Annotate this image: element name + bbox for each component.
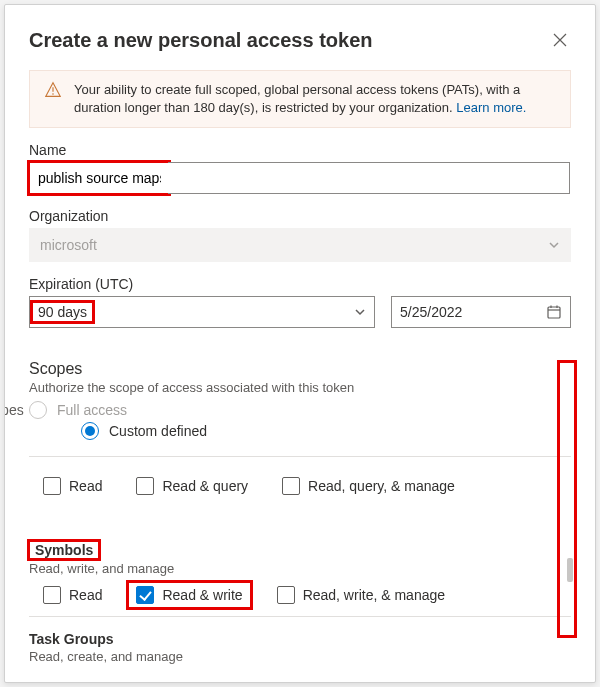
full-access-label: Full access <box>57 402 127 418</box>
checkbox[interactable] <box>136 477 154 495</box>
scopes-subheading: Authorize the scope of access associated… <box>29 380 571 395</box>
calendar-icon <box>546 304 562 320</box>
scopes-section: Scopes Authorize the scope of access ass… <box>29 342 571 674</box>
name-input-rest[interactable] <box>168 162 570 194</box>
organization-select[interactable]: microsoft <box>29 228 571 262</box>
scroll-highlight <box>557 360 577 638</box>
checkbox[interactable] <box>43 477 61 495</box>
checkbox[interactable] <box>277 586 295 604</box>
radio-custom-defined[interactable] <box>81 422 99 440</box>
symbols-read-write[interactable]: Read & write <box>128 582 250 608</box>
scope-mode-full[interactable]: Scopes Full access <box>4 401 571 419</box>
symbols-sub: Read, write, and manage <box>29 561 571 576</box>
check-read-query-manage[interactable]: Read, query, & manage <box>282 477 455 495</box>
expiration-date-value: 5/25/2022 <box>400 304 462 320</box>
expiration-label: Expiration (UTC) <box>29 276 571 292</box>
chevron-down-icon <box>354 306 366 318</box>
task-groups-title: Task Groups <box>29 631 571 647</box>
organization-label: Organization <box>29 208 571 224</box>
chevron-down-icon <box>548 239 560 251</box>
duration-value: 90 days <box>32 302 93 322</box>
scrollbar-thumb[interactable] <box>567 558 573 582</box>
create-pat-dialog: Create a new personal access token Your … <box>4 4 596 683</box>
check-read[interactable]: Read <box>43 477 102 495</box>
close-button[interactable] <box>549 29 571 51</box>
checkbox[interactable] <box>282 477 300 495</box>
symbols-read-write-manage[interactable]: Read, write, & manage <box>277 586 445 604</box>
dialog-header: Create a new personal access token <box>29 29 571 52</box>
scopes-label: Scopes <box>4 402 19 418</box>
banner-text: Your ability to create full scoped, glob… <box>74 81 556 117</box>
name-label: Name <box>29 142 571 158</box>
scope-group-generic: Read Read & query Read, query, & manage <box>29 456 571 499</box>
svg-point-1 <box>52 93 54 95</box>
expiration-field: Expiration (UTC) 90 days 5/25/2022 <box>29 276 571 328</box>
name-field: Name <box>29 142 571 194</box>
dialog-title: Create a new personal access token <box>29 29 373 52</box>
svg-rect-2 <box>548 307 560 318</box>
radio-full-access[interactable] <box>29 401 47 419</box>
close-icon <box>552 32 568 48</box>
symbols-read[interactable]: Read <box>43 586 102 604</box>
organization-value: microsoft <box>40 237 97 253</box>
task-groups-sub: Read, create, and manage <box>29 649 571 664</box>
scope-group-task-groups: Task Groups Read, create, and manage <box>29 616 571 664</box>
expiration-date-input[interactable]: 5/25/2022 <box>391 296 571 328</box>
warning-icon <box>44 81 62 117</box>
checkbox[interactable] <box>43 586 61 604</box>
scope-mode-custom[interactable]: Custom defined <box>29 422 571 440</box>
scope-group-symbols: Symbols Read, write, and manage Read Rea… <box>29 527 571 608</box>
learn-more-link[interactable]: Learn more. <box>456 100 526 115</box>
symbols-title: Symbols <box>29 541 99 559</box>
check-read-query[interactable]: Read & query <box>136 477 248 495</box>
duration-select[interactable]: 90 days <box>29 296 375 328</box>
scopes-heading: Scopes <box>29 360 571 378</box>
restriction-banner: Your ability to create full scoped, glob… <box>29 70 571 128</box>
checkbox[interactable] <box>136 586 154 604</box>
organization-field: Organization microsoft <box>29 208 571 262</box>
name-input[interactable] <box>29 162 169 194</box>
custom-defined-label: Custom defined <box>109 423 207 439</box>
